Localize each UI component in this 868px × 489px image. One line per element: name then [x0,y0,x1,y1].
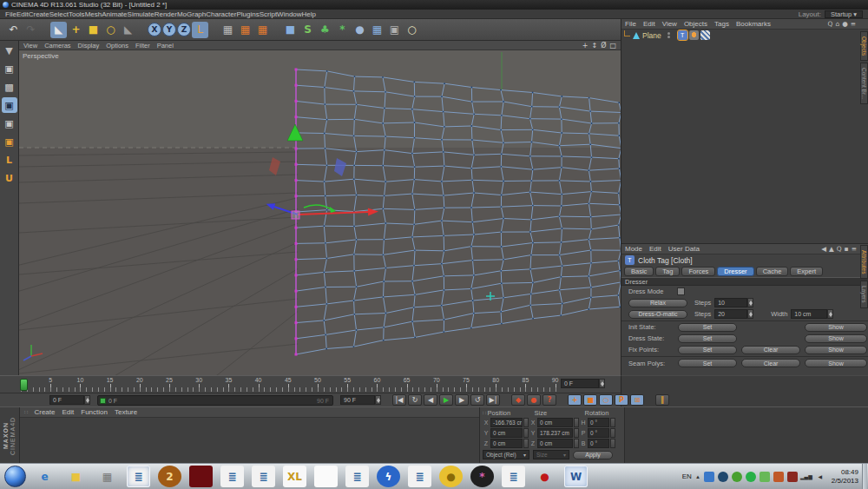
object-name[interactable]: Plane [642,31,661,40]
spinner[interactable] [574,439,579,448]
rotate-view-icon[interactable]: Ø [601,42,606,50]
lock-icon[interactable]: ▪ [845,245,849,253]
menu-item[interactable]: Help [302,10,316,18]
undo-icon[interactable]: ↶ [5,22,22,38]
dressomatic-steps-field[interactable]: 20 [714,309,753,319]
search-icon[interactable]: Q [827,20,832,28]
record-pla-toggle[interactable]: ⊞ [630,394,644,406]
environment-icon[interactable]: ● [352,22,368,38]
clear-button[interactable]: Clear [741,359,800,367]
search-icon[interactable]: Q [837,245,842,253]
taskbar-excel-icon[interactable]: XL [283,466,306,487]
material-menu-item[interactable]: Create [34,408,55,416]
autokey-button[interactable]: ● [527,394,541,406]
scale-icon[interactable]: ■ [85,22,102,38]
light-icon[interactable]: ○ [404,22,420,38]
current-frame-marker[interactable] [20,379,28,391]
spinner[interactable] [747,298,753,307]
set-button[interactable]: Set [678,359,737,367]
menu-icon[interactable]: ≡ [852,245,857,253]
viewport-canvas[interactable] [19,50,621,375]
snap-icon[interactable]: U [2,170,17,186]
attribute-tab[interactable]: Basic [624,267,654,276]
set-button[interactable]: Set [678,334,737,343]
nav-up-icon[interactable]: ▲ [829,245,834,253]
tray-network-icon[interactable] [718,472,728,482]
taskbar-document-icon[interactable]: ≣ [127,466,150,487]
tray-device-icon[interactable] [787,472,798,482]
viewport-menu-item[interactable]: Display [78,42,100,50]
object-manager-menu-item[interactable]: File [625,20,636,28]
scale-view-icon[interactable]: ↕ [591,42,597,50]
goto-end-button[interactable]: ▶| [486,394,500,406]
record-button[interactable]: ◆ [511,394,525,406]
viewport-menu-item[interactable]: Options [106,42,128,50]
coordinate-system-icon[interactable]: L [192,22,208,38]
object-manager-menu-item[interactable]: Tags [714,20,729,28]
tray-leaf-icon[interactable] [732,472,742,482]
live-selection-icon[interactable]: ◣ [50,22,67,38]
taskbar-app-icon[interactable]: ▦ [95,466,119,487]
taskbar-game2-icon[interactable]: 2 [158,466,181,487]
last-tool-icon[interactable]: ◣ [120,22,136,38]
taskbar-hitman-icon[interactable] [189,466,213,487]
y-axis-lock-icon[interactable]: Y [162,23,176,36]
render-picture-viewer-icon[interactable]: ▦ [237,22,253,38]
goto-start-button[interactable]: |◀ [392,394,406,406]
tray-sync-icon[interactable] [760,472,770,482]
set-button[interactable]: Set [678,346,737,354]
spinner[interactable] [827,309,833,319]
dress-o-matic-button[interactable]: Dress-O-matic [628,310,687,319]
generators-icon[interactable]: ♣ [317,22,333,38]
rotation-h-field[interactable]: 0 ° [588,418,609,427]
loop-button[interactable]: ↻ [408,394,422,406]
render-view-icon[interactable]: ▦ [220,22,236,38]
panel-side-tab[interactable]: Attributes [860,245,868,279]
timeline-ruler[interactable]: 51015202530354045505560657075808590 0 F [0,375,621,393]
model-mode-icon[interactable]: ▣ [2,61,17,76]
camera-icon[interactable]: ▣ [386,22,403,38]
spinner[interactable] [523,439,529,448]
position-y-field[interactable]: 0 cm [490,428,523,438]
section-header[interactable]: Dresser [621,277,868,286]
visibility-dots-icon[interactable] [667,32,670,38]
menu-item[interactable]: Animate [102,10,127,18]
position-x-field[interactable]: -166.763 cm [490,418,523,427]
phong-tag-icon[interactable] [689,30,699,40]
taskbar-cd-icon[interactable]: ● [439,466,463,487]
relax-button[interactable]: Relax [628,299,687,307]
taskbar-document-icon[interactable]: ≣ [502,466,525,487]
taskbar-page-icon[interactable] [314,466,338,487]
play-button[interactable]: ▶ [439,394,453,406]
spinner[interactable] [610,428,615,438]
record-parameter-toggle[interactable]: P [615,394,628,406]
plane-object-icon[interactable] [633,32,640,39]
rotation-b-field[interactable]: 0 ° [588,439,609,448]
tray-expand-icon[interactable]: ▲ [695,474,700,479]
viewport-menu-item[interactable]: View [23,42,37,50]
object-manager-menu-item[interactable]: Bookmarks [736,20,771,28]
points-mode-icon[interactable]: ▣ [2,97,17,113]
material-menu-item[interactable]: Edit [62,408,74,416]
ruler-end-frame-field[interactable]: 0 F [561,379,605,388]
tray-messenger-icon[interactable] [746,472,756,482]
record-scale-toggle[interactable]: ■ [583,394,597,406]
primitives-cube-icon[interactable]: ■ [282,22,299,38]
spinner[interactable] [574,418,579,427]
solo-button[interactable]: ‖ [655,394,669,406]
spinner[interactable] [84,395,90,405]
size-z-field[interactable]: 0 cm [537,439,573,448]
object-manager-menu-item[interactable]: Objects [684,20,707,28]
spinner[interactable] [610,439,615,448]
menu-item[interactable]: Select [49,10,69,18]
tray-display-icon[interactable] [704,472,714,482]
start-button[interactable] [4,466,26,487]
redo-icon[interactable]: ↷ [23,22,39,38]
menu-item[interactable]: Character [206,10,236,18]
panel-handle-icon[interactable]: ∷ [483,410,485,417]
taskbar-document-icon[interactable]: ≣ [345,466,369,487]
show-button[interactable]: Show [805,334,867,343]
tray-signal-icon[interactable]: ▂▄▆ [801,472,812,482]
slider-handle[interactable] [100,398,106,404]
home-icon[interactable]: ⌂ [835,20,839,28]
